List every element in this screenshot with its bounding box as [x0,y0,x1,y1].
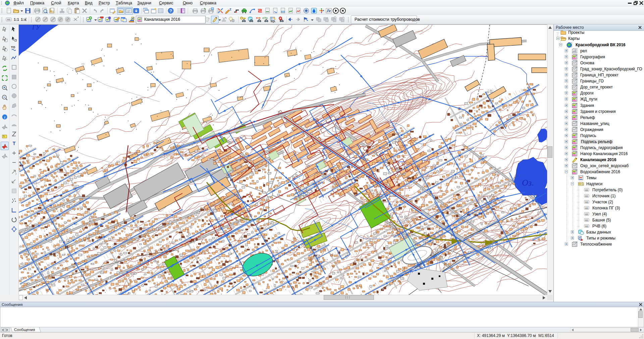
svg-text:<?>: <?> [262,16,268,20]
svg-text:АБ: АБ [585,201,588,203]
svg-text:Z: Z [229,8,231,11]
svg-text:T: T [13,141,16,146]
svg-text:1:х: 1:х [21,17,26,21]
svg-text:Оз.: Оз. [522,178,534,188]
svg-text:ГУ: ГУ [32,25,41,31]
svg-text:АБ: АБ [7,18,11,21]
svg-text:АБ: АБ [585,225,588,227]
svg-text:АБ: АБ [585,213,588,215]
svg-text:1:1: 1:1 [14,17,19,21]
svg-text:SQL: SQL [271,20,276,23]
svg-text:АБ: АБ [585,195,588,197]
svg-text:АБ: АБ [585,189,588,191]
svg-text:?: ? [169,9,172,13]
svg-text:АБ: АБ [585,207,588,209]
svg-text:АБ: АБ [585,219,588,221]
svg-text:ТО: ТО [11,46,15,49]
